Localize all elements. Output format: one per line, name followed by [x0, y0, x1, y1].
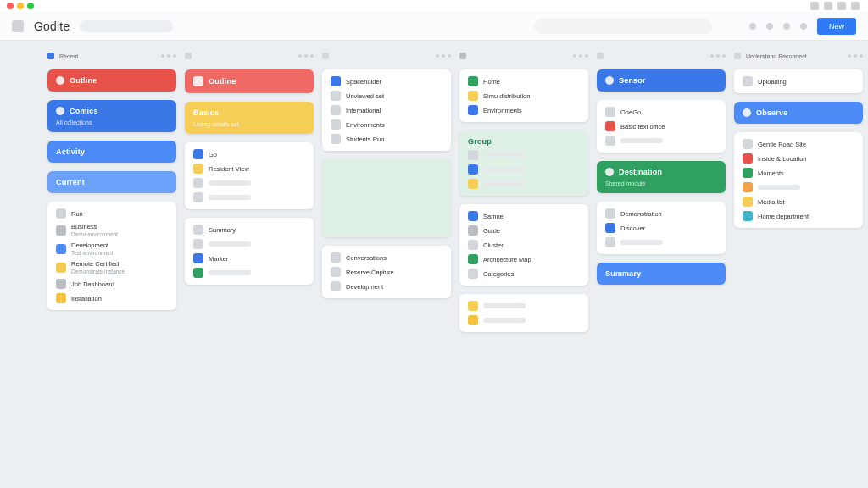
card[interactable]: Gentle Road Site Inside & Location Momen…: [734, 132, 863, 228]
column-menu-icon[interactable]: [436, 54, 451, 58]
list-item[interactable]: Guide: [468, 225, 580, 236]
card[interactable]: Home Simu distribution Environments: [459, 69, 588, 122]
list-item[interactable]: [193, 268, 305, 278]
card[interactable]: Run BusinessDemo environment Development…: [47, 202, 176, 310]
card[interactable]: Group: [459, 130, 588, 196]
list-item[interactable]: Demonstration: [605, 208, 717, 219]
list-item[interactable]: Remote CertifiedDemonstrate instance: [56, 260, 168, 274]
header-dot-icon[interactable]: [783, 23, 790, 30]
card[interactable]: Demonstration Discover: [597, 202, 726, 254]
card[interactable]: Outline: [47, 69, 176, 92]
list-item[interactable]: [193, 239, 305, 249]
card[interactable]: [459, 294, 588, 332]
list-item[interactable]: Go: [193, 149, 305, 159]
column-header[interactable]: [322, 51, 451, 61]
list-item[interactable]: [193, 192, 305, 202]
brand-logo[interactable]: Godite: [34, 19, 70, 33]
card[interactable]: Outline: [185, 69, 314, 93]
list-item[interactable]: Cluster: [468, 240, 580, 250]
list-item[interactable]: Home: [468, 76, 580, 86]
column-menu-icon[interactable]: [848, 54, 863, 58]
primary-action-button[interactable]: New: [817, 18, 856, 35]
list-item[interactable]: Resident View: [193, 164, 305, 174]
list-item[interactable]: Marker: [193, 253, 305, 263]
column-header[interactable]: [597, 51, 726, 61]
list-item[interactable]: [605, 237, 717, 247]
list-item[interactable]: Environments: [468, 105, 580, 115]
column-menu-icon[interactable]: [573, 54, 588, 58]
card[interactable]: Summary Marker: [185, 218, 314, 285]
maximize-window-icon[interactable]: [27, 3, 34, 9]
column-menu-icon[interactable]: [161, 54, 176, 58]
close-window-icon[interactable]: [7, 3, 14, 9]
list-item[interactable]: [468, 179, 580, 189]
list-item[interactable]: [605, 136, 717, 146]
list-item[interactable]: [468, 150, 580, 160]
card[interactable]: Sensor: [597, 69, 726, 92]
list-item[interactable]: Basic text office: [605, 121, 717, 131]
list-item-icon: [605, 223, 615, 233]
list-item[interactable]: Students Run: [331, 134, 442, 144]
list-item[interactable]: Home department: [743, 211, 854, 221]
column-header[interactable]: Recent: [47, 51, 176, 61]
list-item[interactable]: Inside & Location: [743, 153, 854, 164]
list-item[interactable]: [743, 182, 854, 192]
search-input[interactable]: [534, 19, 712, 34]
list-item[interactable]: BusinessDemo environment: [56, 223, 168, 237]
card[interactable]: [322, 159, 451, 237]
header-dot-icon[interactable]: [800, 23, 807, 30]
column-menu-icon[interactable]: [298, 54, 314, 58]
list-item[interactable]: [468, 164, 580, 175]
card[interactable]: Activity: [47, 141, 176, 163]
list-item[interactable]: Summary: [193, 225, 305, 235]
list-item[interactable]: Media list: [743, 197, 854, 207]
list-item[interactable]: Spaceholder: [331, 76, 442, 86]
list-item[interactable]: Development: [331, 281, 442, 291]
card[interactable]: Summary: [597, 263, 726, 285]
list-item[interactable]: [468, 301, 580, 311]
card[interactable]: Observe: [734, 102, 863, 124]
card[interactable]: Current: [47, 171, 176, 193]
list-item[interactable]: Gentle Road Site: [743, 139, 854, 149]
list-item[interactable]: Discover: [605, 223, 717, 233]
list-item[interactable]: OneGo: [605, 107, 717, 117]
list-item[interactable]: [468, 315, 580, 325]
list-item-icon: [56, 263, 66, 273]
column-header[interactable]: [185, 51, 314, 61]
back-icon[interactable]: [12, 20, 24, 32]
list-item[interactable]: Simu distribution: [468, 91, 580, 101]
list-item[interactable]: Job Dashboard: [56, 279, 168, 289]
list-item-icon: [468, 240, 478, 250]
card[interactable]: Conversations Reserve Capture Developmen…: [322, 246, 451, 298]
column-header[interactable]: Understand Reconnect: [734, 51, 863, 61]
list-item[interactable]: Architecture Map: [468, 254, 580, 264]
card[interactable]: Go Resident View: [185, 142, 314, 209]
list-item[interactable]: Conversations: [331, 252, 442, 263]
sys-tray-icon: [851, 2, 860, 10]
list-item[interactable]: Installation: [56, 293, 168, 303]
header-dot-icon[interactable]: [766, 23, 773, 30]
list-item[interactable]: Moments: [743, 168, 854, 178]
list-item[interactable]: International: [331, 105, 442, 115]
list-item[interactable]: Run: [56, 208, 168, 219]
card[interactable]: Samne Guide Cluster Architecture Map Cat…: [459, 204, 588, 286]
card[interactable]: Spaceholder Unviewed set International E…: [322, 69, 451, 151]
list-item[interactable]: Environments: [331, 119, 442, 130]
list-item[interactable]: [193, 178, 305, 188]
column-menu-icon[interactable]: [710, 54, 726, 58]
list-item[interactable]: DevelopmentTest environment: [56, 241, 168, 256]
minimize-window-icon[interactable]: [17, 3, 24, 9]
list-item[interactable]: Uploading: [743, 76, 854, 86]
list-item[interactable]: Reserve Capture: [331, 267, 442, 277]
list-item-title: Marker: [209, 255, 228, 263]
list-item[interactable]: Categories: [468, 269, 580, 279]
card[interactable]: BasicsListing details set: [185, 102, 314, 134]
list-item[interactable]: Samne: [468, 211, 580, 221]
card[interactable]: ComicsAll collections: [47, 100, 176, 132]
card[interactable]: DestinationShared module: [597, 161, 726, 193]
card[interactable]: OneGo Basic text office: [597, 100, 726, 152]
column-header[interactable]: [459, 51, 588, 61]
list-item[interactable]: Unviewed set: [331, 91, 442, 101]
header-dot-icon[interactable]: [749, 23, 756, 30]
card[interactable]: Uploading: [734, 69, 863, 93]
